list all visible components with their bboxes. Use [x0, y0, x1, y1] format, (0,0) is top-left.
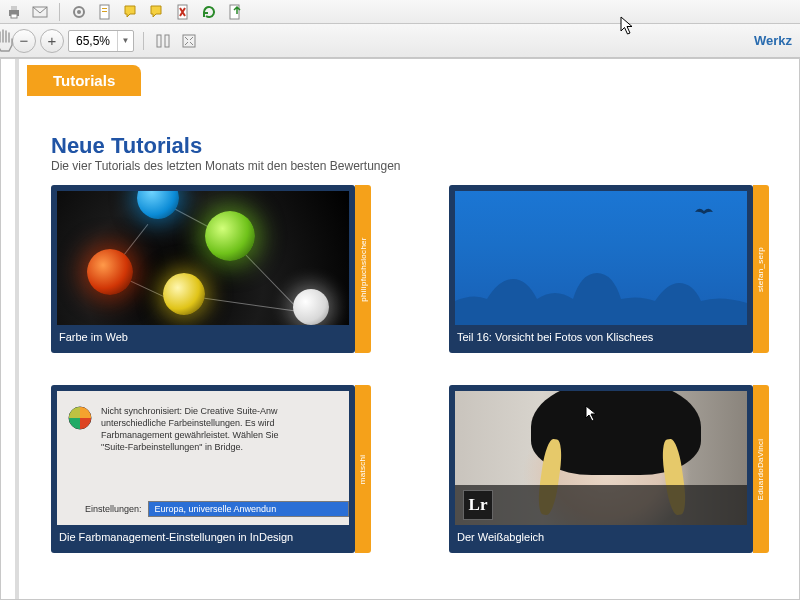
card-author-tab: EduardoDaVinci: [753, 385, 769, 553]
divider: [143, 32, 144, 50]
card-thumbnail: Nicht synchronisiert: Die Creative Suite…: [57, 391, 349, 525]
export-icon[interactable]: [225, 2, 245, 22]
fit-page-icon[interactable]: [179, 31, 199, 51]
svg-point-5: [77, 10, 81, 14]
fit-width-icon[interactable]: [153, 31, 173, 51]
zoom-out-button[interactable]: −: [12, 29, 36, 53]
sync-warning-icon: [67, 405, 93, 431]
card-title: Farbe im Web: [57, 325, 349, 343]
cursor-icon: [585, 405, 599, 423]
svg-rect-13: [183, 35, 195, 47]
settings-select: Europa, universelle Anwendun: [148, 501, 349, 517]
card-frame: Farbe im Web: [51, 185, 355, 353]
page-icon[interactable]: [95, 2, 115, 22]
card-frame: Nicht synchronisiert: Die Creative Suite…: [51, 385, 355, 553]
card-title: Die Farbmanagement-Einstellungen in InDe…: [57, 525, 349, 543]
toolbar-top: [0, 0, 800, 24]
card-thumbnail: [57, 191, 349, 325]
refresh-icon[interactable]: [199, 2, 219, 22]
card-title: Der Weißabgleich: [455, 525, 747, 543]
section-title: Neue Tutorials: [51, 133, 202, 159]
lightroom-badge: Lr: [463, 490, 493, 520]
tools-link[interactable]: Werkz: [754, 33, 794, 48]
svg-rect-8: [102, 11, 107, 12]
toolbar-zoom: − + ▼ Werkz: [0, 24, 800, 58]
card-frame: Lr Der Weißabgleich: [449, 385, 753, 553]
divider: [59, 3, 60, 21]
cards-grid: Farbe im Web philipfuchslocher Teil 16: …: [51, 185, 779, 553]
card-frame: Teil 16: Vorsicht bei Fotos von Klischee…: [449, 185, 753, 353]
tutorial-card[interactable]: Teil 16: Vorsicht bei Fotos von Klischee…: [449, 185, 769, 353]
card-author-tab: matschi: [355, 385, 371, 553]
card-thumbnail: Lr: [455, 391, 747, 525]
comment-icon[interactable]: [147, 2, 167, 22]
print-icon[interactable]: [4, 2, 24, 22]
card-author-tab: philipfuchslocher: [355, 185, 371, 353]
zoom-input[interactable]: [69, 34, 117, 48]
svg-rect-1: [11, 6, 17, 10]
hand-tool-icon[interactable]: [0, 28, 14, 54]
settings-label: Einstellungen:: [85, 504, 142, 514]
tutorials-tab: Tutorials: [27, 65, 141, 96]
tutorial-card[interactable]: Nicht synchronisiert: Die Creative Suite…: [51, 385, 371, 553]
zoom-field[interactable]: ▼: [68, 30, 134, 52]
tutorial-card[interactable]: Lr Der Weißabgleich EduardoDaVinci: [449, 385, 769, 553]
mail-icon[interactable]: [30, 2, 50, 22]
card-title: Teil 16: Vorsicht bei Fotos von Klischee…: [455, 325, 747, 343]
card-thumbnail: [455, 191, 747, 325]
tutorial-card[interactable]: Farbe im Web philipfuchslocher: [51, 185, 371, 353]
svg-rect-12: [165, 35, 169, 47]
chevron-down-icon[interactable]: ▼: [117, 31, 133, 51]
section-subtitle: Die vier Tutorials des letzten Monats mi…: [51, 159, 401, 173]
gear-icon[interactable]: [69, 2, 89, 22]
delete-icon[interactable]: [173, 2, 193, 22]
svg-rect-2: [11, 14, 17, 18]
document-viewport[interactable]: Tutorials Neue Tutorials Die vier Tutori…: [0, 58, 800, 600]
page: Tutorials Neue Tutorials Die vier Tutori…: [19, 59, 799, 599]
card-author-tab: stefan_serp: [753, 185, 769, 353]
svg-rect-11: [157, 35, 161, 47]
svg-rect-7: [102, 8, 107, 9]
bird-icon: [693, 205, 715, 219]
dialog-text: Nicht synchronisiert: Die Creative Suite…: [101, 405, 279, 454]
zoom-in-button[interactable]: +: [40, 29, 64, 53]
comment-edit-icon[interactable]: [121, 2, 141, 22]
